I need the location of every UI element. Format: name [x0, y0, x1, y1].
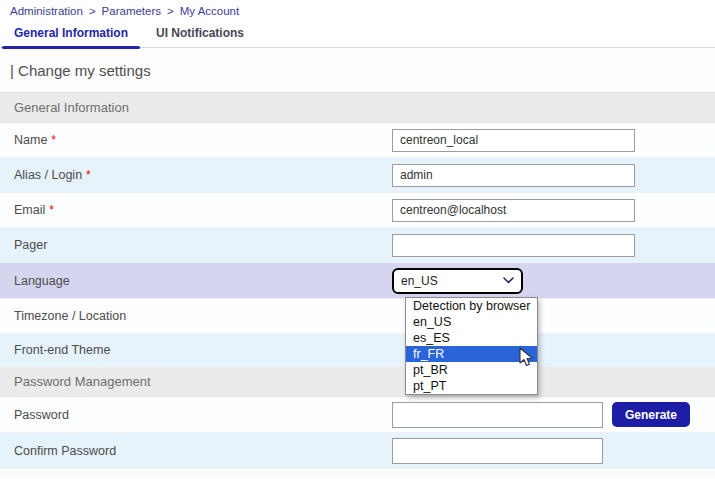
- language-selected-value: en_US: [401, 274, 438, 288]
- bottom-filler: [0, 469, 715, 478]
- email-label: Email: [14, 203, 45, 217]
- form-row-confirm-password: Confirm Password: [0, 433, 715, 469]
- name-label: Name: [14, 133, 47, 147]
- form-row-email: Email*: [0, 193, 715, 228]
- language-option-en-us[interactable]: en_US: [406, 314, 537, 330]
- breadcrumb-separator: >: [167, 5, 174, 17]
- language-select[interactable]: en_US: [392, 268, 523, 294]
- form-row-password: Password Generate: [0, 397, 715, 433]
- form-row-name: Name*: [0, 123, 715, 158]
- form-row-language: Language en_US: [0, 263, 715, 299]
- alias-login-field[interactable]: [392, 164, 635, 187]
- breadcrumb: Administration > Parameters > My Account: [0, 0, 715, 22]
- generate-password-button[interactable]: Generate: [612, 402, 690, 427]
- tab-ui-notifications[interactable]: UI Notifications: [142, 22, 258, 47]
- language-label: Language: [14, 274, 70, 288]
- timezone-label: Timezone / Location: [14, 309, 126, 323]
- form-row-pager: Pager: [0, 228, 715, 263]
- language-option-fr-fr[interactable]: fr_FR: [406, 346, 537, 362]
- confirm-password-label: Confirm Password: [14, 444, 116, 458]
- alias-login-label: Alias / Login: [14, 168, 82, 182]
- form-row-alias-login: Alias / Login*: [0, 158, 715, 193]
- breadcrumb-parameters[interactable]: Parameters: [102, 5, 161, 17]
- breadcrumb-my-account[interactable]: My Account: [180, 5, 239, 17]
- confirm-password-field[interactable]: [392, 438, 603, 464]
- breadcrumb-administration[interactable]: Administration: [10, 5, 83, 17]
- mouse-cursor-icon: [519, 347, 535, 373]
- password-field[interactable]: [392, 402, 603, 428]
- pager-label: Pager: [14, 238, 47, 252]
- page-heading-band: | Change my settings: [0, 48, 715, 93]
- language-dropdown-list: Detection by browser en_US es_ES fr_FR p…: [405, 297, 538, 395]
- language-option-es-es[interactable]: es_ES: [406, 330, 537, 346]
- required-marker: *: [49, 203, 54, 217]
- page-title: | Change my settings: [10, 62, 151, 79]
- required-marker: *: [86, 168, 91, 182]
- email-field[interactable]: [392, 199, 635, 222]
- tab-bar: General Information UI Notifications: [0, 22, 715, 48]
- required-marker: *: [51, 133, 56, 147]
- frontend-theme-label: Front-end Theme: [14, 343, 110, 357]
- form-row-timezone: Timezone / Location: [0, 299, 715, 334]
- language-option-detection-by-browser[interactable]: Detection by browser: [406, 298, 537, 314]
- language-option-pt-br[interactable]: pt_BR: [406, 362, 537, 378]
- pager-field[interactable]: [392, 234, 635, 257]
- tab-general-information[interactable]: General Information: [0, 22, 142, 47]
- form-row-frontend-theme: Front-end Theme: [0, 334, 715, 367]
- my-account-page: Administration > Parameters > My Account…: [0, 0, 715, 479]
- section-header-password-management: Password Management: [0, 367, 715, 397]
- chevron-down-icon: [503, 277, 514, 284]
- section-header-general-information: General Information: [0, 93, 715, 123]
- language-option-pt-pt[interactable]: pt_PT: [406, 378, 537, 394]
- breadcrumb-separator: >: [89, 5, 96, 17]
- password-label: Password: [14, 408, 69, 422]
- name-field[interactable]: [392, 129, 635, 152]
